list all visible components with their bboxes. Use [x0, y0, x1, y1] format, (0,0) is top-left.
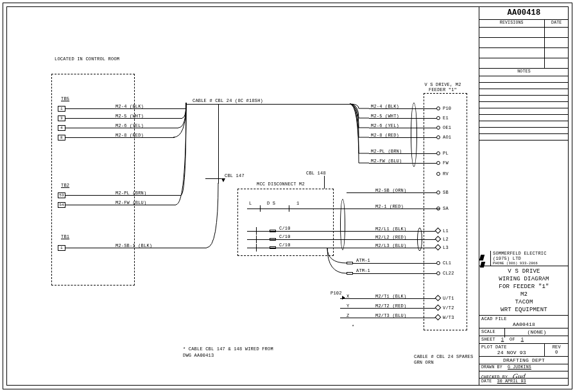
tb5-pin-8: 8	[58, 135, 65, 141]
tb2-pin-53: 53	[58, 192, 65, 198]
rt-dst-2: OE1	[443, 125, 451, 130]
cl22-dst: CL22	[443, 271, 454, 276]
rev-label: REV	[547, 345, 567, 350]
rv-dst: RV	[443, 171, 449, 176]
t-dst-0: U/T1	[443, 296, 454, 301]
company-phone: PHONE (306) 933-2866	[493, 261, 567, 266]
cl1-dst: CL1	[443, 260, 451, 266]
l-dst-1: L2	[443, 237, 449, 242]
fuse-icon	[347, 262, 353, 264]
rt-dst-3: AO1	[443, 135, 451, 140]
date-line: DATE 30 APRIL 93	[479, 379, 569, 388]
mcc-l: L	[249, 201, 252, 206]
tb1-pin-1: 1	[58, 245, 65, 251]
y-lbl: Y	[347, 303, 349, 309]
l-wire-2: M2/L3 (BLU)	[375, 243, 406, 248]
sa-dst: SA	[443, 206, 449, 211]
sa-wire: M2-1 (RED)	[375, 204, 404, 209]
fuse-icon	[347, 272, 353, 275]
spares-line2: GRN ORN	[414, 360, 434, 365]
plot-date: 24 NOV 93	[481, 350, 542, 355]
title-block: AA00418 REVISIONS DATE NOTES SOMMERFELD …	[479, 6, 569, 386]
wiring-diagram: LOCATED IN CONTROL ROOM V S DRIVE, M2FEE…	[6, 6, 479, 386]
tb5-wire-3: M2-8 (RED)	[116, 133, 144, 138]
tb5-wire-0: M2-4 (BLK)	[116, 104, 144, 109]
footnote-2: DWG AA00413	[183, 353, 214, 358]
mcc-label: MCC DISCONNECT M2	[257, 182, 305, 187]
tb5-wire-1: M2-5 (WHT)	[116, 114, 144, 119]
l-dst-2: L3	[443, 245, 449, 250]
fuse-icon	[270, 246, 276, 249]
tb1-wire: M2-SB-1 (BLK)	[116, 243, 152, 248]
arrow-icon	[342, 296, 345, 300]
fuse-icon	[270, 230, 276, 232]
tb2-wire-1: M2-FW (BLU)	[116, 200, 146, 205]
tb5-pin-4: 4	[58, 125, 65, 131]
l-wire-0: M2/L1 (BLK)	[375, 226, 406, 232]
fuse-icon	[270, 238, 276, 241]
arrow-icon	[221, 178, 225, 182]
rt-wire-0: M2-4 (BLK)	[371, 104, 399, 109]
x-lbl: X	[347, 294, 349, 299]
tb5-wire-2: M2-6 (YEL)	[116, 123, 144, 128]
mcc-ds: D S	[267, 201, 275, 206]
tb2-label: TB2	[61, 183, 69, 188]
l-wire-1: M2/L2 (RED)	[375, 235, 406, 240]
cj-1: C/10	[279, 234, 291, 239]
rev-value: 0	[547, 350, 567, 355]
l-dst-0: L1	[443, 228, 449, 234]
rt-wire-4: M2-PL (BRN)	[371, 149, 402, 154]
rt-wire-1: M2-5 (WHT)	[371, 114, 399, 119]
company-sub: (1975) LTD	[493, 257, 567, 262]
vsd-label: V S DRIVE, M2FEEDER "1"	[417, 82, 468, 92]
tb1-label: TB1	[61, 234, 69, 239]
mcc-1: 1	[296, 201, 299, 206]
company-logo-icon	[480, 255, 489, 260]
p102-label: P102	[330, 291, 342, 296]
plot-label: PLOT DATE	[481, 345, 542, 350]
tb2-wire-0: M2-PL (BRN)	[116, 191, 146, 196]
tb5-pin-1: 1	[58, 106, 65, 112]
cj-2: C/10	[279, 243, 291, 248]
t-dst-1: V/T2	[443, 305, 454, 311]
rt-wire-5: M2-FW (BLU)	[371, 158, 402, 164]
sb-wire: M2-SB (ORN)	[375, 188, 406, 193]
atm-0: ATM-1	[356, 258, 370, 263]
rt-dst-1: E1	[443, 115, 449, 121]
cbl147-label: CBL 147	[225, 173, 245, 178]
cj-0: C/10	[279, 226, 291, 231]
t-wire-2: M2/T3 (BLU)	[375, 313, 406, 318]
t-wire-0: M2/T1 (BLK)	[375, 294, 406, 299]
tb5-pin-3: 3	[58, 115, 65, 121]
rt-dst-4: PL	[443, 151, 449, 156]
t-wire-1: M2/T2 (RED)	[375, 303, 406, 309]
location-note: LOCATED IN CONTROL ROOM	[55, 56, 119, 62]
atm-1: ATM-1	[356, 268, 370, 273]
drawing-title: V S DRIVE WIRING DIAGRAM FOR FEEDER "1" …	[479, 266, 569, 315]
spares-line1: CABLE # CBL 24 SPARES	[414, 354, 473, 359]
tb5-label: TB5	[61, 96, 69, 101]
drawing-number: AA00418	[479, 6, 569, 20]
acad-label: ACAD FILE	[481, 316, 567, 321]
rt-dst-0: P10	[443, 106, 451, 111]
tb2-pin-54: 54	[58, 202, 65, 208]
footnote-1: * CABLE CBL 147 & 148 WIRED FROM	[183, 346, 273, 352]
rt-dst-5: FW	[443, 160, 449, 166]
cbl148-label: CBL 148	[306, 171, 326, 176]
sb-dst: SB	[443, 190, 449, 195]
rt-wire-3: M2-8 (RED)	[371, 133, 399, 138]
z-lbl: Z	[347, 313, 349, 318]
acad-value: AA00418	[481, 321, 567, 327]
t-dst-2: W/T3	[443, 315, 454, 320]
rt-wire-2: M2-6 (YEL)	[371, 123, 399, 128]
